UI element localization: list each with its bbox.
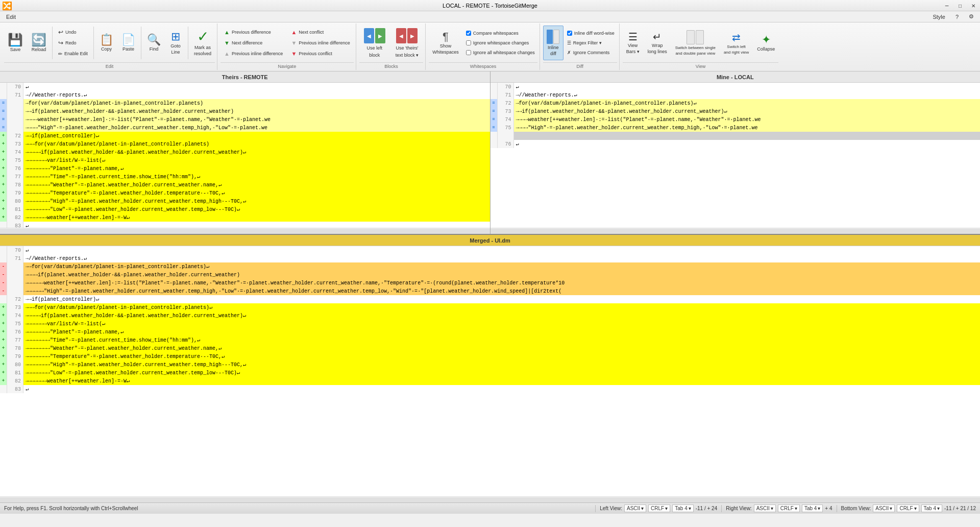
ignore-comments-check[interactable]: ✗ Ignore Comments [565, 48, 617, 57]
edit-menu[interactable]: Edit [2, 13, 20, 21]
line-code: →→→→→if(planet.weather_holder·&&·planet.… [23, 148, 490, 156]
ignore-comments-icon: ✗ [567, 50, 571, 55]
line-marker: ≡ [0, 115, 7, 124]
mark-resolved-button[interactable]: ✓ Mark as resolved [190, 26, 215, 60]
copy-button[interactable]: 📋 Copy [96, 26, 117, 60]
goto-line-button[interactable]: ⊞ Goto Line [165, 26, 186, 60]
undo-button[interactable]: ↩ Undo [55, 27, 91, 37]
table-row: +78→→→→→→→→"Weather"·=·planet.weather_ho… [0, 344, 980, 352]
compare-ws-check[interactable]: Compare whitespaces [463, 29, 537, 38]
prev-diff-button[interactable]: ▲ Previous difference [220, 27, 286, 37]
line-number: 81 [7, 205, 23, 213]
left-eol-dropdown[interactable]: CRLF ▾ [648, 505, 670, 512]
enable-edit-button[interactable]: ✏ Enable Edit [55, 49, 91, 59]
inline-word-checkbox[interactable] [567, 31, 572, 36]
inline-diff-icon-wrapper [547, 30, 559, 44]
mark-resolved-label2: resolved [194, 51, 211, 56]
ignore-all-ws-checkbox[interactable] [466, 50, 471, 55]
bottom-view-status: Bottom View: ASCII ▾ CRLF ▾ Tab 4 ▾ -11 … [841, 505, 976, 512]
compare-ws-checkbox[interactable] [466, 31, 471, 36]
bottom-pane: Merged - UI.dm 70↵71→//Weather·reports.↵… [0, 235, 980, 502]
line-number: 79 [7, 189, 23, 197]
r-encoding-arrow: ▾ [771, 506, 773, 511]
inline-diff-button[interactable]: Inline diff [543, 26, 564, 60]
titlebar: 🔀 LOCAL - REMOTE - TortoiseGitMerge – □ … [0, 0, 980, 11]
line-marker: + [0, 189, 7, 197]
eol-arrow: ▾ [665, 506, 668, 511]
ignore-all-ws-check[interactable]: Ignore all whitespace changes [463, 48, 537, 57]
theirs-content[interactable]: 70↵71→//Weather·reports.↵≡→for(var/datum… [0, 83, 490, 228]
theirs-hscroll-track [0, 229, 490, 234]
line-marker: + [0, 181, 7, 189]
mine-hscroll[interactable] [491, 228, 981, 234]
save-button[interactable]: 💾 Save [4, 26, 27, 60]
theirs-hscroll[interactable] [0, 228, 490, 234]
help-menu[interactable]: ? [951, 13, 963, 21]
line-code: →//Weather·reports.↵ [23, 91, 490, 99]
next-diff-button[interactable]: ▼ Next difference [220, 38, 286, 48]
reload-button[interactable]: 🔄 Reload [28, 26, 50, 60]
paste-button[interactable]: 📄 Paste [118, 26, 139, 60]
line-number: 80 [7, 361, 23, 369]
regex-filter-check[interactable]: ☰ Regex Filter ▾ [565, 38, 617, 47]
wrap-long-lines-button[interactable]: ↵ Wrap long lines [644, 26, 671, 60]
line-code: →→→→weather[++weather.len]·:=·list("Plan… [23, 115, 490, 124]
maximize-button[interactable]: □ [953, 0, 967, 11]
theirs-pane: Theirs - REMOTE 70↵71→//Weather·reports.… [0, 71, 491, 234]
redo-button[interactable]: ↪ Redo [55, 38, 91, 48]
bottom-pane-content[interactable]: 70↵71→//Weather·reports.↵-→→for(var/datu… [0, 246, 980, 496]
bottom-encoding-dropdown[interactable]: ASCII ▾ [873, 505, 895, 512]
right-encoding-dropdown[interactable]: ASCII ▾ [754, 505, 776, 512]
line-marker: + [0, 156, 7, 164]
line-marker: + [0, 197, 7, 205]
line-number: 71 [7, 91, 23, 99]
single-pane-button[interactable]: Switch between single and double pane vi… [672, 26, 719, 60]
find-button[interactable]: 🔍 Find [143, 26, 164, 60]
switch-lr-button[interactable]: ⇄ Switch left and right view [720, 26, 752, 60]
inline-word-check[interactable]: Inline diff word-wise [565, 29, 617, 38]
bottom-eol-dropdown[interactable]: CRLF ▾ [897, 505, 919, 512]
redo-label: Redo [65, 40, 77, 45]
mine-content[interactable]: 70↵71→//Weather·reports.↵≡72→for(var/dat… [491, 83, 981, 228]
line-number: 77 [7, 336, 23, 344]
line-code: →→→→→→→→"High"·=·planet.weather_holder.c… [23, 197, 490, 205]
line-number: 75 [498, 124, 514, 132]
right-eol-dropdown[interactable]: CRLF ▾ [778, 505, 800, 512]
prev-inline-label: Previous inline difference [232, 51, 283, 56]
app-icon: 🔀 [2, 1, 12, 11]
bottom-tab-dropdown[interactable]: Tab 4 ▾ [921, 505, 942, 512]
prev-conflict-button[interactable]: ▼ Previous conflict [287, 49, 353, 59]
show-ws-label2: Whitespaces [432, 50, 459, 55]
line-number [7, 107, 23, 115]
minimize-button[interactable]: – [940, 0, 953, 11]
style-menu[interactable]: Style [928, 13, 949, 21]
ignore-ws-changes-checkbox[interactable] [466, 40, 471, 45]
bottom-hscroll[interactable] [0, 496, 980, 502]
close-button[interactable]: ✕ [967, 0, 980, 11]
switch-lr-label: Switch left [727, 44, 745, 49]
ribbon-edit-content: 💾 Save 🔄 Reload ↩ Undo ↪ [4, 25, 215, 61]
check-icon: ✓ [197, 30, 209, 44]
line-number [498, 132, 514, 140]
line-number: 78 [7, 181, 23, 189]
right-tab-dropdown[interactable]: Tab 4 ▾ [802, 505, 823, 512]
left-encoding-dropdown[interactable]: ASCII ▾ [624, 505, 646, 512]
line-marker: + [0, 173, 7, 181]
prev-inline-diff-button[interactable]: ▼ Previous inline difference [287, 38, 353, 48]
r-eol-arrow: ▾ [795, 506, 797, 511]
right-pos: + 4 [825, 506, 832, 511]
settings-menu[interactable]: ⚙ [965, 12, 978, 21]
mine-hscroll-track [491, 229, 981, 234]
table-row: ≡→→→→"High"·=·planet.weather_holder.curr… [0, 124, 490, 132]
left-tab-dropdown[interactable]: Tab 4 ▾ [672, 505, 693, 512]
ignore-ws-changes-check[interactable]: Ignore whitespace changes [463, 38, 537, 47]
prev-inline-button[interactable]: ▲ Previous inline difference [220, 49, 286, 59]
collapse-button[interactable]: ✦ Collapse [753, 26, 778, 60]
view-bars-button[interactable]: ☰ View Bars ▾ [623, 26, 643, 60]
show-whitespace-button[interactable]: ¶ Show Whitespaces [429, 26, 462, 60]
next-conflict-button[interactable]: ▲ Next conflict [287, 27, 353, 37]
line-marker: + [0, 377, 7, 385]
use-left-block-button[interactable]: ◀ ▶ Use left block [359, 26, 390, 60]
line-number [7, 124, 23, 132]
use-theirs-button[interactable]: ◀ ▶ Use 'theirs' text block ▾ [391, 26, 424, 60]
